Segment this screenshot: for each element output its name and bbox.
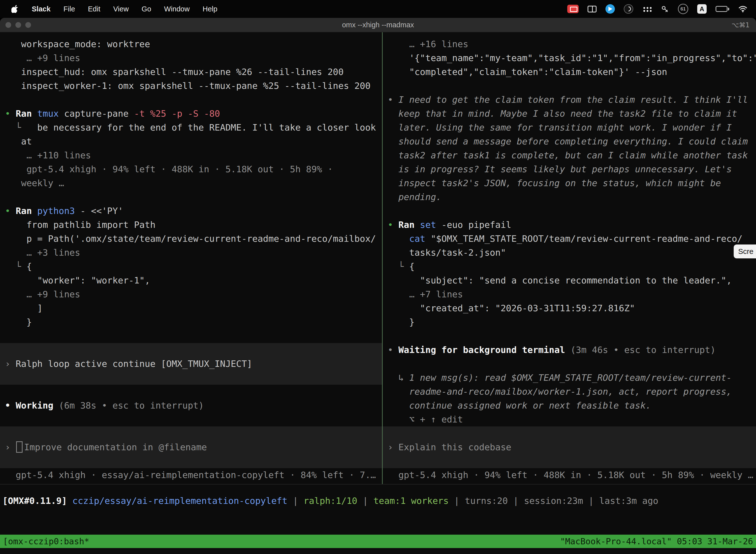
text-segment: cat xyxy=(409,233,431,244)
window-title: omx --xhigh --madmax xyxy=(0,21,756,29)
text-segment: • xyxy=(5,108,16,119)
text-segment: … +9 lines xyxy=(5,289,80,299)
app-menus: SlackFileEditViewGoWindowHelp xyxy=(32,5,217,13)
terminal-line: "completed","claim_token":"claim-token"}… xyxy=(388,65,756,79)
app-icon-dark[interactable] xyxy=(624,4,633,14)
text-cursor xyxy=(16,441,22,453)
terminal-line: at xyxy=(5,134,382,149)
terminal-line: • Ran tmux capture-pane -t %25 -p -S -80 xyxy=(5,107,382,121)
text-segment: … +16 lines xyxy=(388,39,468,49)
omx-status-line: [OMX#0.11.9] cczip/essay/ai-reimplementa… xyxy=(2,494,756,508)
hud-separator xyxy=(0,484,756,485)
input-prompt[interactable]: › Improve documentation in @filename xyxy=(0,427,382,468)
terminal-line: • Working (6m 38s • esc to interrupt) xyxy=(5,399,382,412)
wifi-icon[interactable] xyxy=(738,5,748,13)
app-icon-blue[interactable] xyxy=(606,4,615,14)
text-segment: ] xyxy=(5,303,43,313)
text-segment: "$OMX_TEAM_STATE_ROOT/team/review-curren… xyxy=(431,233,742,244)
terminal-line: keep that in mind. Maybe I also need the… xyxy=(388,107,756,121)
key-icon[interactable] xyxy=(660,5,669,13)
text-segment: Ran xyxy=(16,108,37,119)
terminal-line: gpt-5.4 xhigh · 94% left · 488K in · 5.1… xyxy=(5,162,382,176)
apple-menu-icon[interactable] xyxy=(11,4,19,13)
text-segment: '{"team_name":"my-team","task_id":"1","f… xyxy=(388,53,756,63)
text-segment: later. Using the same for transition mig… xyxy=(388,122,732,132)
text-segment: "completed","claim_token":"claim-token"}… xyxy=(388,67,667,77)
screen-overlay-button[interactable]: Scre xyxy=(734,244,756,258)
battery-percent-circle-icon[interactable]: 61 xyxy=(678,4,688,14)
text-segment: - <<'PY' xyxy=(80,206,123,216)
terminal-line: weekly … xyxy=(5,176,382,190)
text-segment: (3m 46s • esc to interrupt) xyxy=(570,345,715,355)
dots-grid-icon[interactable] xyxy=(642,6,651,12)
text-segment: workspace_mode: worktree xyxy=(5,39,150,49)
text-segment: [OMX#0.11.9] xyxy=(2,496,72,506)
text-segment: is in progress? It seems likely but perh… xyxy=(388,164,732,174)
terminal-line: • Ran set -euo pipefail xyxy=(388,218,756,232)
terminal-line: … +9 lines xyxy=(5,51,382,65)
terminal-line: … +9 lines xyxy=(5,287,382,301)
text-segment: inspect_worker-1: omx sparkshell --tmux-… xyxy=(5,81,371,91)
menubar-item-view[interactable]: View xyxy=(113,5,129,13)
terminal-line: … +3 lines xyxy=(5,246,382,260)
text-segment: } xyxy=(5,317,32,327)
menubar-item-slack[interactable]: Slack xyxy=(32,5,51,13)
terminal-line xyxy=(5,385,382,399)
terminal-line: "worker": "worker-1", xyxy=(5,274,382,287)
terminal-line xyxy=(5,93,382,107)
text-segment: task2 after task1 is complete, but can I… xyxy=(388,150,748,160)
terminal-line: • I need to get the claim token from the… xyxy=(388,93,756,107)
suggestion-prompt[interactable]: › Explain this codebase xyxy=(383,427,756,468)
close-button[interactable] xyxy=(5,22,11,28)
text-segment: inspect_hud: omx sparkshell --tmux-pane … xyxy=(5,67,343,77)
terminal-line: } xyxy=(388,315,756,329)
text-segment: … +110 lines xyxy=(5,150,91,160)
terminal-line: tasks/task-2.json" xyxy=(388,246,756,260)
text-segment: from pathlib import Path xyxy=(5,220,155,230)
text-segment: } xyxy=(388,317,415,327)
tmux-status-bar: [omx-cczip0:bash* "MacBook-Pro-44.local"… xyxy=(0,535,756,548)
text-segment: ⌥ + ↑ edit xyxy=(388,414,463,425)
ralph-loop-prompt[interactable]: › Ralph loop active continue [OMX_TMUX_I… xyxy=(0,343,382,385)
terminal-line xyxy=(5,190,382,204)
text-segment: › xyxy=(388,442,398,452)
terminal-line: continue assigned work or next feasible … xyxy=(388,399,756,412)
screen-recording-indicator-icon[interactable] xyxy=(567,5,579,13)
terminal-line: p = Path('.omx/state/team/review-current… xyxy=(5,232,382,246)
terminal-line: ] xyxy=(5,301,382,315)
terminal-line: "created_at": "2026-03-31T11:59:27.816Z" xyxy=(388,301,756,315)
terminal-line: readme-and-reco/mailbox/worker-1.json, a… xyxy=(388,385,756,399)
terminal-pane-left[interactable]: workspace_mode: worktree … +9 lines insp… xyxy=(0,32,382,484)
menubar-item-window[interactable]: Window xyxy=(164,5,190,13)
text-segment: Waiting for background terminal xyxy=(398,345,570,355)
text-segment xyxy=(388,233,409,244)
battery-icon[interactable] xyxy=(715,6,729,12)
terminal-line: ⌥ + ↑ edit xyxy=(388,412,756,427)
minimize-button[interactable] xyxy=(15,22,21,28)
text-segment: gpt-5.4 xhigh · essay/ai-reimplementatio… xyxy=(5,470,376,480)
input-source-icon[interactable]: A xyxy=(697,4,707,14)
text-segment: p = Path('.omx/state/team/review-current… xyxy=(5,233,376,244)
terminal-line: └ { xyxy=(388,260,756,274)
menubar-item-file[interactable]: File xyxy=(63,5,75,13)
text-segment: { xyxy=(409,261,415,272)
terminal-pane-right[interactable]: … +16 lines '{"team_name":"my-team","tas… xyxy=(383,32,756,484)
text-segment: set xyxy=(420,220,441,230)
menubar-item-edit[interactable]: Edit xyxy=(88,5,101,13)
zoom-button[interactable] xyxy=(25,22,31,28)
text-segment: tmux xyxy=(37,108,64,119)
menubar-item-help[interactable]: Help xyxy=(203,5,217,13)
text-segment: | xyxy=(288,496,304,506)
text-segment: I need to get the claim token from the c… xyxy=(398,95,748,105)
text-segment: -euo pipefail xyxy=(441,220,511,230)
menubar-item-go[interactable]: Go xyxy=(142,5,151,13)
text-segment: team:1 workers xyxy=(374,496,449,506)
window-title-bar: omx --xhigh --madmax ⌥⌘1 xyxy=(0,18,756,32)
terminal-line xyxy=(388,79,756,93)
text-segment: Ran xyxy=(398,220,420,230)
text-segment: › xyxy=(5,442,16,452)
window-manager-icon[interactable] xyxy=(587,6,596,12)
terminal-line: … +110 lines xyxy=(5,149,382,162)
text-segment: ↳ 1 new msg(s): read $OMX_TEAM_STATE_ROO… xyxy=(398,373,732,383)
text-segment: "created_at": "2026-03-31T11:59:27.816Z" xyxy=(388,303,635,313)
